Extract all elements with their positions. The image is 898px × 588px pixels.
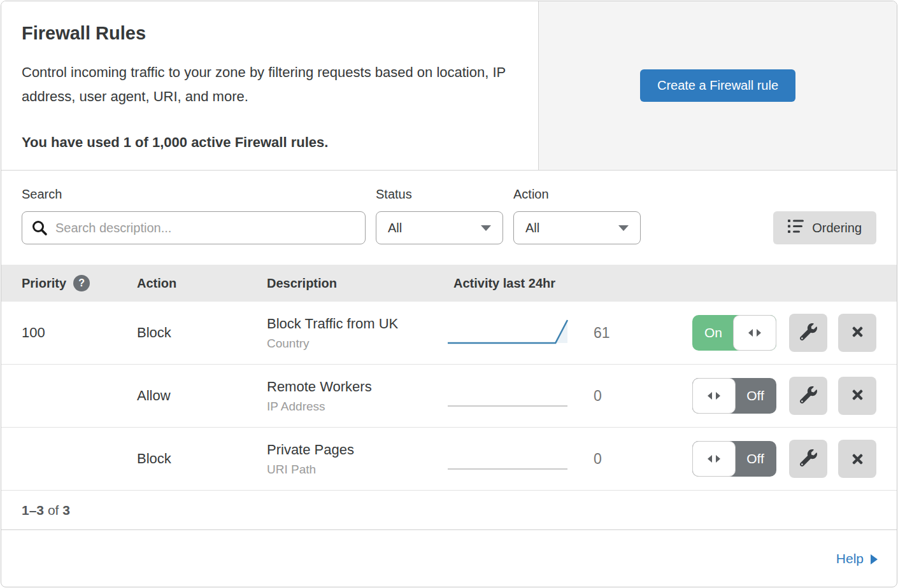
activity-count: 0 [585,388,692,405]
wrench-icon [800,323,817,342]
search-input[interactable] [22,211,366,244]
rule-title: Remote Workers [267,379,448,395]
delete-rule-button[interactable] [838,440,876,478]
rule-action: Block [137,451,267,467]
action-select-value: All [525,221,539,235]
chevron-down-icon [618,225,629,231]
rule-enabled-toggle[interactable]: Off [692,441,776,477]
help-link-label: Help [836,551,864,566]
rule-priority: 100 [22,325,137,341]
firewall-rules-panel: Firewall Rules Control incoming traffic … [1,1,897,587]
rule-title: Block Traffic from UK [267,316,448,332]
status-label: Status [376,187,503,202]
arrow-right-icon [871,554,878,564]
rule-edit-cell [789,314,838,352]
question-circle-icon[interactable]: ? [73,275,90,291]
x-icon [850,452,865,466]
search-icon [31,220,48,239]
table-row: Block Private Pages URI Path 0 Off [1,428,897,491]
delete-rule-button[interactable] [838,377,876,415]
column-priority: Priority ? [22,275,137,291]
ordered-list-icon [788,219,804,237]
header-text-block: Firewall Rules Control incoming traffic … [1,1,538,170]
rule-title: Private Pages [267,442,448,458]
left-right-arrows-icon [692,441,736,477]
rule-match-type: Country [267,337,448,351]
rule-action: Block [137,325,267,341]
rule-toggle-cell: Off [692,378,789,414]
x-icon [850,325,865,341]
toggle-state-label: Off [734,441,776,477]
x-icon [850,388,865,404]
header-section: Firewall Rules Control incoming traffic … [1,1,897,171]
usage-note: You have used 1 of 1,000 active Firewall… [22,134,518,151]
delete-rule-button[interactable] [838,314,876,352]
page-title: Firewall Rules [22,23,518,44]
rule-delete-cell [838,377,876,415]
ordering-button[interactable]: Ordering [773,211,876,244]
search-box [22,211,366,244]
table-row: 100 Block Block Traffic from UK Country … [1,302,897,365]
search-label: Search [22,187,366,202]
pagination-range: 1–3 [22,503,44,518]
rule-description-cell: Private Pages URI Path [267,442,448,477]
activity-count: 61 [585,325,692,342]
action-select[interactable]: All [513,211,641,244]
help-bar: Help [1,530,897,587]
toggle-state-label: Off [734,378,776,414]
status-select[interactable]: All [376,211,503,244]
activity-count: 0 [585,451,692,468]
rule-delete-cell [838,440,876,478]
column-activity: Activity last 24hr [448,276,692,291]
status-filter-group: Status All [376,187,503,244]
filter-bar: Search Status All Action [1,171,897,265]
rule-match-type: IP Address [267,400,448,414]
table-header: Priority ? Action Description Activity l… [1,265,897,302]
rule-description-cell: Block Traffic from UK Country [267,316,448,351]
rule-delete-cell [838,314,876,352]
left-right-arrows-icon [692,378,736,414]
page-description: Control incoming traffic to your zone by… [22,60,515,109]
activity-sparkline [448,375,585,416]
action-label: Action [513,187,641,202]
header-action-area: Create a Firewall rule [538,1,897,170]
wrench-icon [800,449,817,468]
create-firewall-rule-button[interactable]: Create a Firewall rule [640,69,795,102]
column-action: Action [137,276,267,291]
rule-enabled-toggle[interactable]: Off [692,378,776,414]
rule-edit-cell [789,377,838,415]
wrench-icon [800,386,817,405]
rule-toggle-cell: On [692,315,789,351]
table-row: Allow Remote Workers IP Address 0 Off [1,365,897,428]
pagination-of: of [48,503,59,518]
activity-sparkline [448,312,585,353]
priority-column-label: Priority [22,276,66,291]
toggle-state-label: On [692,315,734,351]
rule-description-cell: Remote Workers IP Address [267,379,448,414]
left-right-arrows-icon [733,315,776,351]
ordering-button-label: Ordering [812,221,862,235]
edit-rule-button[interactable] [789,377,827,415]
rule-action: Allow [137,388,267,404]
rule-enabled-toggle[interactable]: On [692,315,776,351]
rule-match-type: URI Path [267,463,448,477]
pagination-total: 3 [62,503,70,518]
rule-toggle-cell: Off [692,441,789,477]
search-group: Search [22,187,366,244]
help-link[interactable]: Help [836,551,878,566]
edit-rule-button[interactable] [789,314,827,352]
activity-sparkline [448,438,585,479]
chevron-down-icon [481,225,491,231]
status-select-value: All [388,221,402,235]
rule-edit-cell [789,440,838,478]
edit-rule-button[interactable] [789,440,827,478]
column-description: Description [267,276,448,291]
pagination-bar: 1–3 of 3 [1,491,897,530]
action-filter-group: Action All [513,187,641,244]
